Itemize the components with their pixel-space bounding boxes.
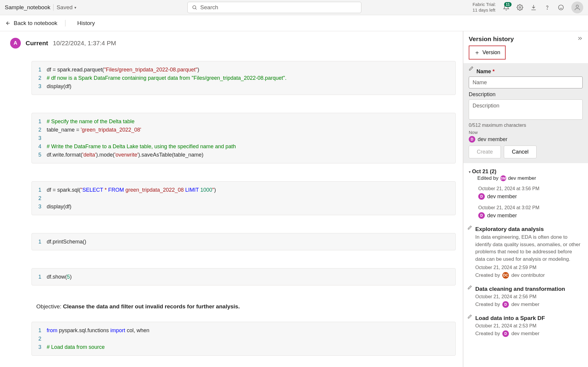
download-icon — [530, 4, 537, 11]
version-entry[interactable]: October 21, 2024 at 3:02 PMDdev member — [463, 202, 588, 221]
chevron-down-icon: ▾ — [469, 170, 471, 174]
editor-name: dev member — [508, 175, 536, 181]
breadcrumb-bar: Back to notebook History — [0, 15, 588, 31]
now-user: D dev member — [469, 136, 583, 143]
version-timestamp: October 21, 2024 at 2:59 PM — [475, 265, 583, 270]
now-label: Now — [469, 130, 583, 135]
code-cell[interactable]: 1df = spark.read.parquet("Files/green_tr… — [8, 61, 456, 95]
question-icon — [544, 4, 551, 11]
code-cell[interactable]: 1df.show(5) — [32, 268, 456, 285]
pencil-icon — [468, 314, 472, 320]
entry-user: Ddev member — [478, 193, 583, 200]
named-version-entry[interactable]: Load data into a Spark DFOctober 21, 202… — [463, 310, 588, 339]
notification-badge: 11 — [504, 2, 512, 7]
user-pill: D — [478, 212, 485, 219]
new-version-button[interactable]: ＋ Version — [469, 46, 506, 60]
user-pill: D — [469, 136, 475, 143]
version-title: Data cleaning and transformation — [475, 286, 583, 292]
user-pill: D — [502, 330, 509, 337]
current-version-row: A Current 10/22/2024, 1:37:4 PM — [0, 37, 463, 54]
version-description: In data engineering, EDA is often done t… — [475, 234, 583, 263]
plus-icon: ＋ — [474, 49, 480, 57]
user-pill: D — [478, 193, 485, 200]
version-entry[interactable]: October 21, 2024 at 3:56 PMDdev member — [463, 183, 588, 202]
notebook-content: A Current 10/22/2024, 1:37:4 PM 1df = sp… — [0, 31, 463, 367]
entry-timestamp: October 21, 2024 at 3:02 PM — [478, 205, 583, 210]
download-button[interactable] — [530, 4, 537, 11]
created-by: Created byDdev member — [475, 301, 583, 308]
group-title: Oct 21 (2) — [472, 168, 496, 175]
create-button[interactable]: Create — [469, 146, 501, 158]
named-version-entry[interactable]: Data cleaning and transformationOctober … — [463, 281, 588, 310]
description-input[interactable] — [469, 99, 583, 120]
avatar: A — [10, 38, 21, 49]
back-label: Back to notebook — [14, 20, 57, 26]
settings-button[interactable] — [517, 4, 523, 11]
vertical-divider — [53, 4, 54, 11]
pencil-icon — [468, 285, 472, 291]
svg-point-4 — [559, 5, 564, 10]
version-button-label: Version — [482, 49, 500, 56]
objective-text: Objective: Cleanse the data and filter o… — [36, 303, 456, 310]
svg-point-3 — [547, 9, 547, 9]
code-cell[interactable]: 1# Specify the name of the Delta table2t… — [32, 113, 456, 163]
search-input[interactable] — [200, 4, 357, 11]
edited-by-label: Edited by — [477, 175, 498, 181]
named-version-entry[interactable]: Exploratory data analysisIn data enginee… — [463, 221, 588, 281]
notebook-name[interactable]: Sample_notebook — [5, 4, 50, 11]
pencil-icon — [469, 66, 473, 72]
code-cell[interactable]: 1df.printSchema() — [32, 233, 456, 250]
collapse-panel-icon[interactable] — [577, 36, 583, 43]
created-by: Created byDdev member — [475, 330, 583, 337]
vertical-divider — [65, 20, 65, 26]
svg-line-1 — [196, 8, 197, 9]
history-tab[interactable]: History — [77, 20, 95, 26]
user-pill: D — [502, 301, 509, 308]
version-timestamp: October 21, 2024 at 2:53 PM — [475, 323, 583, 329]
code-cell[interactable]: 1from pyspark.sql.functions import col, … — [32, 322, 456, 356]
code-cell[interactable]: 1df = spark.sql("SELECT * FROM green_tri… — [32, 181, 456, 215]
notifications-button[interactable]: 11 — [503, 4, 509, 11]
version-list: ▾ Oct 21 (2) Edited by DM dev member Oct… — [463, 163, 588, 367]
user-name: dev member — [478, 136, 507, 143]
trial-status: Fabric Trial: 11 days left — [473, 2, 496, 13]
account-avatar[interactable] — [571, 1, 583, 13]
panel-title: Version history — [469, 35, 514, 43]
search-box[interactable] — [187, 2, 361, 13]
feedback-button[interactable] — [558, 4, 564, 11]
version-timestamp: October 21, 2024 at 2:56 PM — [475, 294, 583, 299]
smiley-icon — [558, 4, 564, 11]
current-label: Current — [26, 40, 48, 47]
user-pill: DC — [502, 272, 509, 279]
create-version-form: Name * Description 0/512 maximum charact… — [463, 63, 588, 163]
entry-user: Ddev member — [478, 212, 583, 219]
name-label: Name * — [476, 68, 583, 75]
char-counter: 0/512 maximum characters — [469, 123, 583, 128]
saved-label: Saved — [57, 4, 73, 11]
saved-status[interactable]: Saved ▾ — [57, 4, 76, 11]
current-timestamp: 10/22/2024, 1:37:4 PM — [53, 40, 116, 47]
name-input[interactable] — [469, 76, 583, 88]
cancel-button[interactable]: Cancel — [504, 146, 537, 158]
person-icon — [574, 4, 581, 11]
version-history-panel: Version history ＋ Version Name * Descrip… — [463, 31, 588, 367]
svg-point-5 — [576, 5, 578, 7]
created-by: Created byDCdev contributor — [475, 272, 583, 279]
pencil-icon — [468, 225, 472, 231]
help-button[interactable] — [544, 4, 551, 11]
back-to-notebook[interactable]: Back to notebook — [5, 20, 57, 26]
search-icon — [192, 5, 197, 10]
top-bar: Sample_notebook Saved ▾ Fabric Trial: 11… — [0, 0, 588, 15]
entry-timestamp: October 21, 2024 at 3:56 PM — [478, 186, 583, 191]
description-label: Description — [469, 91, 583, 98]
arrow-left-icon — [5, 21, 11, 26]
version-title: Load data into a Spark DF — [475, 315, 583, 321]
version-group[interactable]: ▾ Oct 21 (2) Edited by DM dev member — [463, 166, 588, 183]
gear-icon — [517, 4, 523, 11]
svg-point-0 — [193, 6, 196, 9]
version-title: Exploratory data analysis — [475, 226, 583, 232]
user-pill: DM — [500, 175, 506, 181]
chevron-down-icon: ▾ — [74, 5, 76, 10]
svg-point-2 — [519, 7, 521, 8]
